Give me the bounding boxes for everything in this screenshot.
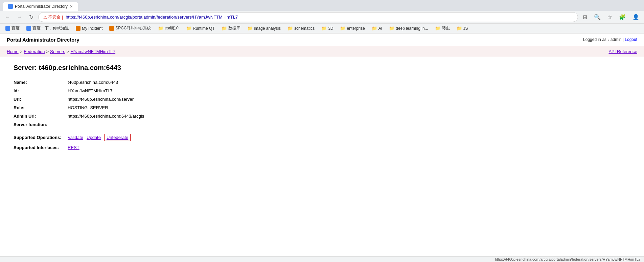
auth-text: Logged in as：admin <box>583 37 621 42</box>
update-link[interactable]: Update <box>87 135 101 140</box>
bookmark-label: schematics <box>294 26 315 31</box>
active-tab[interactable]: Portal Administrator Directory ✕ <box>3 2 78 11</box>
supported-operations-label: Supported Operations: <box>14 135 68 140</box>
bookmark-schematics[interactable]: 📁 schematics <box>285 25 317 31</box>
address-bar[interactable]: ⚠ 不安全 | https://t460p.esrichina.com/arcg… <box>38 12 578 22</box>
tab-title: Portal Administrator Directory <box>15 4 68 9</box>
baidu-search-icon <box>26 26 31 31</box>
forward-button[interactable]: → <box>15 13 24 22</box>
bookmark-image-analysis[interactable]: 📁 image analysis <box>245 25 283 31</box>
logout-link[interactable]: Logout <box>625 37 637 42</box>
field-role: Role: HOSTING_SERVER <box>14 105 630 110</box>
page-wrapper: Portal Administrator Directory Logged in… <box>0 33 644 157</box>
bookmark-label: 百度 <box>12 25 20 31</box>
bookmark-3d[interactable]: 📁 3D <box>319 25 336 31</box>
back-button[interactable]: ← <box>3 13 12 22</box>
folder-icon: 📁 <box>186 26 191 31</box>
warning-icon: ⚠ <box>43 15 47 20</box>
rest-link[interactable]: REST <box>68 145 79 150</box>
bookmark-my-incident[interactable]: My Incident <box>73 25 105 31</box>
tab-bar: Portal Administrator Directory ✕ <box>0 0 644 11</box>
bookmark-btn[interactable]: ☆ <box>605 13 614 22</box>
unfederate-link[interactable]: Unfederate <box>104 134 131 141</box>
portal-auth: Logged in as：admin | Logout <box>583 37 637 43</box>
folder-icon: 📁 <box>247 26 253 31</box>
folder-icon: 📁 <box>389 26 394 31</box>
address-url: https://t460p.esrichina.com/arcgis/porta… <box>66 15 238 20</box>
zoom-btn[interactable]: 🔍 <box>592 13 603 22</box>
field-name-label: Name: <box>14 80 68 85</box>
bookmark-db[interactable]: 📁 数据库 <box>219 25 243 32</box>
extensions-btn[interactable]: 🧩 <box>617 13 628 22</box>
folder-icon: 📁 <box>288 26 293 31</box>
bookmark-js[interactable]: 📁 JS <box>454 25 471 31</box>
bookmark-label: AI <box>378 26 382 31</box>
baidu-icon <box>5 26 10 31</box>
breadcrumb-server-id[interactable]: HYamJwNFTMHimTL7 <box>70 49 115 54</box>
breadcrumb-servers[interactable]: Servers <box>50 49 65 54</box>
bookmark-baidu[interactable]: 百度 <box>3 25 22 32</box>
field-name-value: t460p.esrichina.com:6443 <box>68 80 118 85</box>
field-id: Id: HYamJwNFTMHimTL7 <box>14 88 630 93</box>
incident-icon <box>76 26 80 31</box>
field-admin-url-label: Admin Url: <box>14 114 68 119</box>
bookmark-runtime[interactable]: 📁 Runtime QT <box>183 25 217 31</box>
tab-close-btn[interactable]: ✕ <box>70 4 73 9</box>
field-id-label: Id: <box>14 88 68 93</box>
browser-chrome: Portal Administrator Directory ✕ ← → ↻ ⚠… <box>0 0 644 33</box>
breadcrumb-home[interactable]: Home <box>7 49 19 54</box>
breadcrumb: Home > Federation > Servers > HYamJwNFTM… <box>7 49 115 54</box>
bookmark-crawler[interactable]: 📁 爬虫 <box>432 25 453 32</box>
security-warning-text: 不安全 <box>48 14 61 20</box>
breadcrumb-sep-3: > <box>67 49 69 54</box>
field-role-value: HOSTING_SERVER <box>68 105 108 110</box>
bookmark-label: 3D <box>328 26 333 31</box>
bookmark-enterprise[interactable]: 📁 enterprise <box>337 25 367 31</box>
reload-button[interactable]: ↻ <box>27 13 36 22</box>
api-reference-link[interactable]: API Reference <box>608 49 637 54</box>
field-url: Url: https://t460p.esrichina.com/server <box>14 97 630 102</box>
folder-icon: 📁 <box>321 26 327 31</box>
nav-icons: ⊞ 🔍 ☆ 🧩 👤 <box>581 13 641 22</box>
security-warning: ⚠ 不安全 | <box>43 14 63 20</box>
field-role-label: Role: <box>14 105 68 110</box>
field-url-label: Url: <box>14 97 68 102</box>
field-name: Name: t460p.esrichina.com:6443 <box>14 80 630 85</box>
bookmark-ai[interactable]: 📁 AI <box>369 25 385 31</box>
bookmark-label: SPCC呼叫中心系统 <box>115 25 151 31</box>
bookmark-spcc[interactable]: SPCC呼叫中心系统 <box>107 25 154 32</box>
tab-favicon <box>8 4 13 9</box>
bookmark-label: esri账户 <box>165 25 179 31</box>
info-table: Name: t460p.esrichina.com:6443 Id: HYamJ… <box>14 80 630 127</box>
bookmark-esri[interactable]: 📁 esri账户 <box>155 25 182 32</box>
bookmark-label: JS <box>463 26 468 31</box>
bookmark-label: 百度一下，你就知道 <box>32 25 69 31</box>
bookmark-baidu-search[interactable]: 百度一下，你就知道 <box>24 25 72 32</box>
breadcrumb-federation[interactable]: Federation <box>24 49 45 54</box>
api-reference: API Reference <box>608 49 637 54</box>
validate-link[interactable]: Validate <box>68 135 83 140</box>
folder-icon: 📁 <box>435 26 440 31</box>
field-url-value: https://t460p.esrichina.com/server <box>68 97 134 102</box>
bookmark-deep-learning[interactable]: 📁 deep learning in... <box>386 25 431 31</box>
portal-header: Portal Administrator Directory Logged in… <box>0 33 644 46</box>
bookmark-label: Runtime QT <box>193 26 215 31</box>
field-server-function-label: Server function: <box>14 122 68 127</box>
translate-btn[interactable]: ⊞ <box>581 13 589 22</box>
field-id-value: HYamJwNFTMHimTL7 <box>68 88 113 93</box>
field-server-function: Server function: <box>14 122 630 127</box>
main-content: Server: t460p.esrichina.com:6443 Name: t… <box>0 57 644 157</box>
supported-interfaces-row: Supported Interfaces: REST <box>14 145 630 150</box>
supported-interfaces-label: Supported Interfaces: <box>14 145 68 150</box>
page-heading: Server: t460p.esrichina.com:6443 <box>14 64 630 72</box>
bookmark-label: enterprise <box>347 26 365 31</box>
folder-icon: 📁 <box>457 26 462 31</box>
bookmark-label: 爬虫 <box>442 25 450 31</box>
folder-icon: 📁 <box>372 26 377 31</box>
bookmark-label: deep learning in... <box>396 26 428 31</box>
profile-btn[interactable]: 👤 <box>630 13 641 22</box>
operations-links: Validate Update Unfederate <box>68 134 131 141</box>
interfaces-links: REST <box>68 145 79 150</box>
bookmark-label: My Incident <box>82 26 102 31</box>
field-admin-url-value: https://t460p.esrichina.com:6443/arcgis <box>68 114 144 119</box>
